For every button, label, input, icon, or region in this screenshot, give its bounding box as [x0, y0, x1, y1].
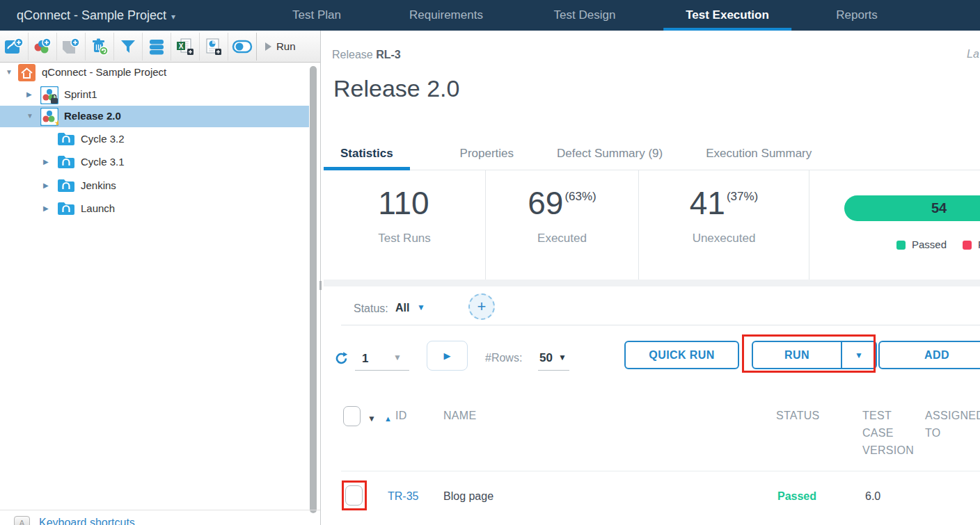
tab-defect-summary[interactable]: Defect Summary (9) — [540, 138, 679, 170]
sort-ascending-icon[interactable]: ▲ — [384, 410, 392, 428]
nav-test-design[interactable]: Test Design — [532, 0, 638, 31]
stat-label: Unexecuted — [639, 232, 809, 245]
sidebar-scrollbar[interactable] — [310, 66, 317, 513]
page-underline — [355, 370, 409, 371]
column-header-assigned-to[interactable]: ASSIGNED TO — [925, 407, 980, 442]
tree-item-label: Launch — [81, 202, 115, 214]
report-export-icon — [204, 37, 223, 56]
corner-text: La — [967, 48, 979, 60]
add-page-button[interactable] — [57, 33, 86, 60]
run-tool-label: Run — [276, 40, 296, 52]
nav-test-execution[interactable]: Test Execution — [663, 0, 791, 31]
sidebar-footer-divider — [0, 510, 320, 510]
next-page-button[interactable]: ▶ — [427, 341, 468, 371]
tree-item-cycle-3-1[interactable]: ▶ Cycle 3.1 — [0, 152, 309, 173]
refresh-button[interactable] — [334, 351, 349, 369]
section-separator — [324, 280, 980, 286]
tree-item-label: Sprint1 — [64, 88, 97, 100]
rows-per-page[interactable]: 50 — [539, 351, 553, 365]
tree-item-project[interactable]: ▼ qConnect - Sample Project — [0, 62, 309, 83]
tab-statistics[interactable]: Statistics — [324, 138, 410, 170]
select-all-checkbox[interactable] — [343, 406, 361, 426]
tab-properties[interactable]: Properties — [443, 138, 530, 170]
column-header-test-case-version[interactable]: TEST CASE VERSION — [862, 407, 919, 459]
add-release-icon — [4, 37, 24, 56]
stat-percent: (63%) — [564, 190, 596, 203]
filter-icon — [119, 38, 137, 56]
add-button[interactable]: ADD — [878, 341, 980, 369]
failed-legend-swatch — [963, 241, 972, 250]
project-selector[interactable]: qConnect - Sample Project▾ — [17, 0, 175, 31]
collapse-arrow-icon[interactable]: ▶ — [43, 204, 49, 212]
select-menu-caret-icon[interactable]: ▼ — [368, 410, 376, 428]
keyboard-key-icon: A — [14, 516, 30, 525]
svg-text:★: ★ — [54, 118, 58, 126]
row-id-link[interactable]: TR-35 — [388, 490, 418, 503]
splitter-handle[interactable] — [319, 281, 322, 290]
collapse-arrow-icon[interactable]: ▶ — [26, 90, 32, 98]
expand-arrow-icon[interactable]: ▼ — [26, 112, 33, 120]
collapse-arrow-icon[interactable]: ▶ — [43, 158, 49, 165]
rows-label: #Rows: — [485, 352, 522, 364]
page-caret-icon[interactable]: ▼ — [393, 353, 402, 362]
stat-test-runs: 110 Test Runs — [324, 170, 485, 280]
tree-item-jenkins[interactable]: ▶ Jenkins — [0, 175, 309, 197]
expand-arrow-icon[interactable]: ▼ — [6, 68, 13, 76]
statistics-panel: 110 Test Runs 69(63%) Executed 41(37%) U… — [324, 170, 980, 280]
toggle-view-button[interactable] — [228, 33, 257, 60]
status-filter-label: Status: — [354, 302, 388, 315]
nav-test-plan[interactable]: Test Plan — [270, 0, 363, 31]
play-icon — [265, 42, 271, 51]
app-root: { "navbar": { "project_title": "qConnect… — [0, 0, 980, 525]
recycle-bin-button[interactable] — [86, 33, 114, 60]
collapse-arrow-icon[interactable]: ▶ — [43, 181, 49, 189]
status-filter-caret-icon[interactable]: ▼ — [417, 302, 425, 312]
top-navbar: qConnect - Sample Project▾ Test Plan Req… — [0, 0, 980, 31]
tree-item-label: Cycle 3.2 — [81, 133, 125, 145]
add-release-button[interactable] — [0, 33, 29, 60]
refresh-icon — [334, 351, 349, 366]
column-header-id[interactable]: ID — [395, 407, 407, 424]
column-header-name[interactable]: NAME — [443, 407, 476, 424]
stat-label: Executed — [486, 232, 638, 245]
tree-item-sprint1[interactable]: ▶ Sprint1 — [0, 84, 309, 106]
tree-item-label: Jenkins — [81, 179, 116, 191]
database-button[interactable] — [143, 33, 171, 60]
excel-export-button[interactable]: X — [171, 33, 200, 60]
add-page-icon — [61, 37, 81, 56]
nav-requirements[interactable]: Requirements — [387, 0, 505, 31]
row-name[interactable]: Blog page — [443, 490, 493, 503]
sidebar-toolbar: X Run — [0, 31, 320, 63]
tab-bar: Statistics Properties Defect Summary (9)… — [324, 138, 980, 170]
nav-reports[interactable]: Reports — [814, 0, 900, 31]
page-number[interactable]: 1 — [362, 352, 368, 366]
keyboard-shortcuts-link[interactable]: Keyboard shortcuts — [39, 517, 135, 525]
run-dropdown-button[interactable]: ▼ — [841, 341, 877, 369]
cycle-folder-icon — [57, 154, 75, 172]
rows-caret-icon[interactable]: ▼ — [558, 353, 567, 362]
row-checkbox[interactable] — [345, 485, 363, 506]
stat-value: 110 — [378, 185, 429, 221]
column-header-status[interactable]: STATUS — [776, 407, 820, 424]
stat-value: 41 — [690, 185, 725, 221]
breadcrumb: Release RL-3 — [332, 49, 401, 61]
report-export-button[interactable] — [200, 33, 228, 60]
page-title: Release 2.0 — [333, 75, 459, 102]
passed-bar: 54 — [844, 195, 980, 221]
run-button[interactable]: RUN — [752, 341, 842, 369]
tree-item-cycle-3-2[interactable]: Cycle 3.2 — [0, 129, 309, 150]
filter-button[interactable] — [114, 33, 143, 60]
main-content: Release RL-3 La Release 2.0 Statistics P… — [324, 31, 980, 525]
tree-item-launch[interactable]: ▶ Launch — [0, 198, 309, 220]
tree-item-release-2-0[interactable]: ▼ ★ Release 2.0 — [0, 106, 309, 127]
quick-run-button[interactable]: QUICK RUN — [624, 341, 739, 369]
svg-text:X: X — [179, 42, 184, 49]
add-cycle-button[interactable] — [29, 33, 57, 60]
cycle-folder-icon — [57, 131, 75, 150]
run-tool-button[interactable]: Run — [257, 33, 304, 60]
tab-execution-summary[interactable]: Execution Summary — [689, 138, 828, 170]
stat-percent: (37%) — [727, 190, 758, 203]
passed-legend-swatch — [896, 241, 906, 250]
status-filter-value[interactable]: All — [395, 302, 409, 314]
add-filter-button[interactable]: + — [468, 293, 495, 320]
